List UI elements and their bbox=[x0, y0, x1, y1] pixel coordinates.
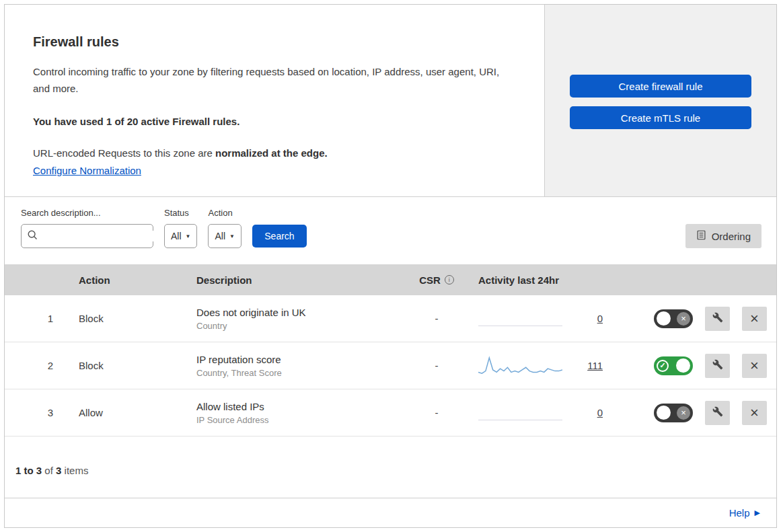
chevron-down-icon: ▼ bbox=[186, 233, 191, 239]
rule-priority: 3 bbox=[5, 407, 65, 418]
activity-sparkline-empty bbox=[478, 401, 562, 425]
help-link-label: Help bbox=[729, 507, 750, 519]
rule-description: IP reputation score bbox=[196, 352, 403, 367]
delete-rule-button[interactable]: × bbox=[742, 401, 767, 425]
ordering-button-label: Ordering bbox=[712, 231, 751, 242]
action-filter-group: Action All ▼ bbox=[208, 208, 241, 248]
edit-rule-button[interactable] bbox=[705, 307, 730, 331]
normalization-notice: URL-encoded Requests to this zone are no… bbox=[33, 147, 517, 159]
x-icon: × bbox=[677, 312, 690, 326]
rule-activity-cell: 111 bbox=[470, 354, 615, 378]
rule-controls-cell: ✓ × × bbox=[615, 401, 776, 425]
table-row: 1 Block Does not originate in UK Country… bbox=[5, 295, 776, 342]
header-text-panel: Firewall rules Control incoming traffic … bbox=[5, 5, 545, 196]
rule-action: Block bbox=[65, 313, 183, 324]
normalization-bold-text: normalized at the edge. bbox=[215, 147, 328, 159]
activity-count-link[interactable]: 111 bbox=[587, 360, 603, 371]
rule-activity-cell: 0 bbox=[470, 307, 615, 331]
search-input-wrapper bbox=[21, 224, 153, 248]
firewall-rules-table: Action Description CSR i Activity last 2… bbox=[5, 264, 776, 436]
rule-description-cell: Does not originate in UK Country bbox=[183, 305, 403, 332]
rule-enabled-toggle[interactable]: ✓ × bbox=[654, 356, 693, 375]
activity-sparkline bbox=[478, 354, 562, 378]
header-actions-panel: Create firewall rule Create mTLS rule bbox=[545, 5, 776, 196]
rule-csr-value: - bbox=[403, 313, 470, 324]
page-title: Firewall rules bbox=[33, 34, 517, 50]
search-label: Search description... bbox=[21, 208, 153, 218]
page-description: Control incoming traffic to your zone by… bbox=[33, 63, 512, 97]
column-header-csr: CSR i bbox=[403, 274, 470, 286]
search-input[interactable] bbox=[42, 231, 163, 241]
search-filter-group: Search description... bbox=[21, 208, 153, 248]
rule-csr-value: - bbox=[403, 407, 470, 418]
rule-controls-cell: ✓ × × bbox=[615, 307, 776, 331]
chevron-down-icon: ▼ bbox=[229, 233, 235, 239]
delete-rule-button[interactable]: × bbox=[742, 354, 767, 378]
ordering-button[interactable]: Ordering bbox=[685, 224, 761, 248]
search-icon bbox=[27, 229, 38, 243]
column-header-activity: Activity last 24hr bbox=[470, 274, 615, 286]
activity-count-link[interactable]: 0 bbox=[597, 407, 603, 418]
normalization-text: URL-encoded Requests to this zone are bbox=[33, 147, 215, 159]
items-range: 1 to 3 bbox=[15, 465, 42, 476]
rule-action: Allow bbox=[65, 407, 183, 418]
table-row: 2 Block IP reputation score Country, Thr… bbox=[5, 342, 776, 389]
rule-enabled-toggle[interactable]: ✓ × bbox=[654, 404, 693, 422]
rule-csr-value: - bbox=[403, 360, 470, 371]
x-icon: × bbox=[677, 406, 690, 420]
table-pagination-summary: 1 to 3 of 3 items bbox=[5, 436, 776, 498]
status-label: Status bbox=[164, 208, 197, 218]
create-firewall-rule-button[interactable]: Create firewall rule bbox=[570, 75, 751, 98]
action-dropdown-value: All bbox=[215, 231, 225, 241]
delete-rule-button[interactable]: × bbox=[742, 307, 767, 331]
arrow-right-icon: ▶ bbox=[755, 508, 760, 517]
close-icon: × bbox=[750, 311, 759, 326]
activity-sparkline-empty bbox=[478, 307, 562, 331]
filter-bar: Search description... Status All ▼ Actio… bbox=[5, 197, 776, 264]
rule-description-cell: IP reputation score Country, Threat Scor… bbox=[183, 352, 403, 379]
toggle-knob bbox=[657, 311, 671, 326]
toggle-knob bbox=[657, 406, 671, 420]
help-bar: Help ▶ bbox=[5, 498, 776, 527]
items-label-text: items bbox=[61, 465, 88, 476]
status-filter-group: Status All ▼ bbox=[164, 208, 197, 248]
csr-header-label: CSR bbox=[419, 274, 441, 286]
page-header: Firewall rules Control incoming traffic … bbox=[5, 5, 776, 197]
rule-priority: 2 bbox=[5, 360, 65, 371]
edit-rule-button[interactable] bbox=[705, 354, 730, 378]
rule-criteria: IP Source Address bbox=[196, 414, 403, 426]
column-header-description: Description bbox=[183, 274, 403, 286]
rule-criteria: Country bbox=[196, 320, 403, 332]
table-header-row: Action Description CSR i Activity last 2… bbox=[5, 264, 776, 295]
rule-description: Does not originate in UK bbox=[196, 305, 403, 320]
rule-controls-cell: ✓ × × bbox=[615, 354, 776, 378]
firewall-rules-page: Firewall rules Control incoming traffic … bbox=[4, 4, 777, 528]
help-link[interactable]: Help ▶ bbox=[729, 507, 760, 519]
search-button[interactable]: Search bbox=[252, 225, 307, 248]
rule-criteria: Country, Threat Score bbox=[196, 367, 403, 379]
rule-action: Block bbox=[65, 360, 183, 371]
table-row: 3 Allow Allow listed IPs IP Source Addre… bbox=[5, 389, 776, 436]
wrench-icon bbox=[712, 359, 723, 372]
info-icon[interactable]: i bbox=[445, 275, 454, 284]
usage-notice: You have used 1 of 20 active Firewall ru… bbox=[33, 116, 517, 127]
column-header-action: Action bbox=[65, 274, 183, 286]
close-icon: × bbox=[750, 406, 759, 420]
create-mtls-rule-button[interactable]: Create mTLS rule bbox=[570, 106, 751, 129]
toggle-knob bbox=[676, 358, 690, 373]
ordering-list-icon bbox=[696, 230, 706, 242]
configure-normalization-link[interactable]: Configure Normalization bbox=[33, 165, 141, 176]
check-icon: ✓ bbox=[657, 360, 669, 372]
status-dropdown[interactable]: All ▼ bbox=[164, 224, 197, 248]
items-of-text: of bbox=[42, 465, 56, 476]
wrench-icon bbox=[712, 312, 723, 325]
rule-description-cell: Allow listed IPs IP Source Address bbox=[183, 400, 403, 426]
edit-rule-button[interactable] bbox=[705, 401, 730, 425]
rule-enabled-toggle[interactable]: ✓ × bbox=[654, 309, 693, 328]
action-dropdown[interactable]: All ▼ bbox=[208, 224, 241, 248]
status-dropdown-value: All bbox=[171, 231, 182, 241]
rule-description: Allow listed IPs bbox=[196, 400, 403, 414]
activity-count-link[interactable]: 0 bbox=[597, 313, 603, 324]
close-icon: × bbox=[750, 358, 759, 373]
rule-priority: 1 bbox=[5, 313, 65, 324]
